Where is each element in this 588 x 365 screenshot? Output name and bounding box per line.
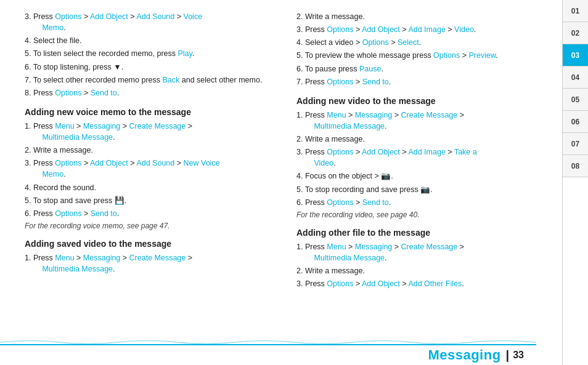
tab-03[interactable]: 03 <box>563 44 588 66</box>
add-object-link: Add Object <box>362 279 400 288</box>
add-object-link: Add Object <box>90 159 128 167</box>
list-item: 2. Write a message. <box>25 145 278 156</box>
preview-link: Preview <box>468 51 496 60</box>
left-column: 3. Press Options > Add Object > Add Soun… <box>25 11 278 354</box>
send-to-link: Send to <box>91 89 117 97</box>
list-item: 7. Press Options > Send to. <box>296 76 550 87</box>
add-object-link: Add Object <box>362 148 400 156</box>
messaging-link: Messaging <box>83 122 120 130</box>
create-message-link: Create Message <box>129 122 186 130</box>
list-item: 5. To listen select the recorded memo, p… <box>25 48 278 59</box>
options-link: Options <box>55 159 81 167</box>
list-item: 7. To select other recorded memo press B… <box>25 74 278 86</box>
options-link: Options <box>362 38 389 47</box>
list-item: 1. Press Menu > Messaging > Create Messa… <box>296 110 550 132</box>
main-content: 3. Press Options > Add Object > Add Soun… <box>0 0 562 365</box>
multimedia-link: Multimedia Message <box>314 254 385 262</box>
saved-video-heading: Adding saved video to the message <box>25 239 278 249</box>
messaging-link: Messaging <box>355 243 392 251</box>
messaging-link: Messaging <box>355 111 392 119</box>
add-sound-link: Add Sound <box>136 159 174 167</box>
menu-link: Menu <box>327 243 346 251</box>
list-item: 1. Press Menu > Messaging > Create Messa… <box>25 252 278 275</box>
options-link: Options <box>55 89 81 97</box>
tab-sidebar: 01 02 03 04 05 06 07 08 <box>562 0 588 365</box>
list-item: 2. Write a message. <box>296 11 550 22</box>
list-item: 1. Press Menu > Messaging > Create Messa… <box>25 121 278 143</box>
new-video-heading: Adding new video to the message <box>296 96 550 106</box>
wave-decoration <box>0 338 536 344</box>
menu-link: Menu <box>55 122 74 130</box>
list-item: 5. To stop and save press 💾. <box>25 195 278 206</box>
create-message-link: Create Message <box>129 254 186 262</box>
add-image-link: Add Image <box>408 25 445 34</box>
list-item: 3. Press Options > Add Object > Add Imag… <box>296 24 550 35</box>
list-item: 8. Press Options > Send to. <box>25 87 278 98</box>
back-link: Back <box>163 76 180 84</box>
options-link: Options <box>327 198 353 207</box>
list-item: 4. Focus on the object > 📷. <box>296 170 550 182</box>
new-video-list: 1. Press Menu > Messaging > Create Messa… <box>296 110 550 208</box>
voice-memo-list: 1. Press Menu > Messaging > Create Messa… <box>25 121 278 219</box>
multimedia-link: Multimedia Message <box>42 133 113 142</box>
add-object-link: Add Object <box>362 25 400 34</box>
tab-04[interactable]: 04 <box>563 66 588 89</box>
multimedia-link: Multimedia Message <box>42 265 113 273</box>
bottom-bar: Messaging | 33 <box>0 344 536 365</box>
options-link: Options <box>327 148 353 156</box>
tab-06[interactable]: 06 <box>563 111 588 133</box>
other-file-list: 1. Press Menu > Messaging > Create Messa… <box>296 241 550 290</box>
new-video-footnote: For the recording video, see page 40. <box>296 211 550 219</box>
video-link: Video <box>454 25 474 34</box>
list-item: 6. Press Options > Send to. <box>25 208 278 219</box>
menu-link: Menu <box>55 254 74 262</box>
list-item: 6. Press Options > Send to. <box>296 197 550 208</box>
page-title: Messaging <box>428 347 500 363</box>
voice-memo-footnote: For the recording voice memo, see page 4… <box>25 222 278 230</box>
list-item: 4. Select the file. <box>25 35 278 46</box>
options-link: Options <box>327 279 353 288</box>
list-item: 3. Press Options > Add Object > Add Imag… <box>296 146 550 169</box>
send-to-link: Send to <box>362 78 389 86</box>
pause-link: Pause <box>359 65 381 73</box>
send-to-link: Send to <box>91 209 117 218</box>
right-intro-list: 2. Write a message. 3. Press Options > A… <box>296 11 550 87</box>
list-item: 5. To stop recording and save press 📷. <box>296 184 550 195</box>
tab-08[interactable]: 08 <box>563 155 588 177</box>
saved-video-list: 1. Press Menu > Messaging > Create Messa… <box>25 252 278 275</box>
options-link: Options <box>327 25 353 34</box>
intro-list: 3. Press Options > Add Object > Add Soun… <box>25 11 278 98</box>
list-item: 3. Press Options > Add Object > Add Soun… <box>25 11 278 33</box>
list-item: 6. To stop listening, press ▼. <box>25 62 278 73</box>
add-sound-link: Add Sound <box>136 12 174 21</box>
page-number: | <box>506 348 510 363</box>
voice-memo-heading: Adding new voice memo to the message <box>25 107 278 117</box>
page-container: 3. Press Options > Add Object > Add Soun… <box>0 0 588 365</box>
list-item: 3. Press Options > Add Object > Add Soun… <box>25 158 278 180</box>
list-item: 5. To preview the whole message press Op… <box>296 50 550 61</box>
list-item: 2. Write a message. <box>296 134 550 145</box>
list-item: 4. Select a video > Options > Select. <box>296 37 550 48</box>
right-column: 2. Write a message. 3. Press Options > A… <box>296 11 550 354</box>
send-to-link: Send to <box>362 198 389 207</box>
list-item: 3. Press Options > Add Object > Add Othe… <box>296 278 550 289</box>
page-number-text: 33 <box>513 350 524 361</box>
play-link: Play <box>178 49 192 58</box>
list-item: 4. Record the sound. <box>25 182 278 193</box>
other-file-heading: Adding other file to the message <box>296 228 550 238</box>
create-message-link: Create Message <box>401 243 458 251</box>
messaging-link: Messaging <box>83 254 120 262</box>
options-link: Options <box>55 12 81 21</box>
tab-02[interactable]: 02 <box>563 22 588 44</box>
list-item: 6. To pause press Pause. <box>296 63 550 74</box>
menu-link: Menu <box>327 111 346 119</box>
multimedia-link: Multimedia Message <box>314 122 385 130</box>
select-link: Select <box>398 38 419 47</box>
create-message-link: Create Message <box>401 111 458 119</box>
tab-05[interactable]: 05 <box>563 89 588 111</box>
tab-07[interactable]: 07 <box>563 133 588 155</box>
list-item: 2. Write a message. <box>296 265 550 276</box>
tab-01[interactable]: 01 <box>563 0 588 22</box>
list-item: 1. Press Menu > Messaging > Create Messa… <box>296 241 550 263</box>
options-link: Options <box>55 209 81 218</box>
